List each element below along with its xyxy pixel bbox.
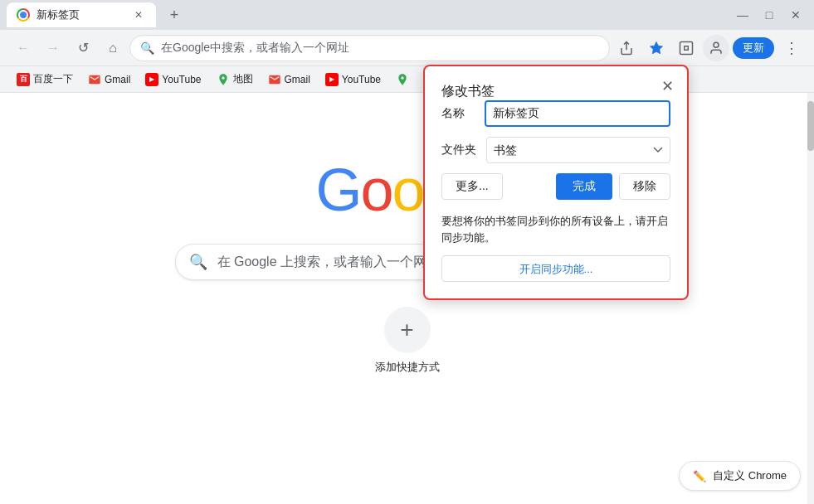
tab-close-btn[interactable]: ✕ (131, 7, 146, 22)
update-button[interactable]: 更新 (733, 37, 774, 59)
gmail-favicon-icon-2 (268, 73, 281, 86)
bookmark-star-button[interactable] (643, 35, 670, 61)
bookmark-youtube-1-label: YouTube (162, 74, 201, 85)
bookmark-gmail-1[interactable]: Gmail (81, 70, 137, 90)
logo-g: G (315, 157, 360, 223)
add-shortcut-label: 添加快捷方式 (375, 360, 440, 375)
name-label: 名称 (441, 106, 475, 121)
home-button[interactable]: ⌂ (100, 35, 126, 61)
page-content: Google 🔍 在 Google 上搜索，或者输入一个网址 🎤 + 添加快捷方… (0, 93, 814, 504)
address-bar[interactable]: 🔍 在Google中搜索，或者输入一个网址 (129, 35, 610, 61)
youtube-favicon-icon-2: ▶ (325, 73, 339, 86)
bookmark-maps-1[interactable]: 地图 (210, 70, 260, 90)
bookmark-gmail-2-label: Gmail (285, 74, 310, 85)
bookmark-maps-2[interactable] (389, 70, 416, 90)
address-search-icon: 🔍 (140, 41, 154, 55)
scrollbar-thumb[interactable] (807, 101, 814, 151)
add-shortcut-icon: + (384, 307, 431, 353)
pencil-icon: ✏️ (693, 470, 706, 482)
folder-select[interactable]: 书签 (486, 137, 670, 163)
scrollbar[interactable] (807, 93, 814, 504)
bookmark-youtube-2-label: YouTube (342, 74, 381, 85)
name-input[interactable] (485, 100, 670, 127)
profile-button[interactable] (703, 35, 729, 61)
bookmark-youtube-2[interactable]: ▶ YouTube (319, 70, 388, 90)
bookmark-gmail-1-label: Gmail (105, 74, 130, 85)
bookmarks-bar: 百 百度一下 Gmail ▶ YouTube 地图 Gmail ▶ (0, 66, 814, 93)
bookmark-youtube-1[interactable]: ▶ YouTube (139, 70, 207, 90)
folder-label: 文件夹 (441, 143, 476, 158)
title-bar-controls: — □ ✕ (731, 3, 807, 27)
logo-o2: o (392, 157, 423, 223)
sync-link-button[interactable]: 开启同步功能... (441, 255, 670, 282)
forward-button[interactable]: → (40, 35, 66, 61)
more-options-button[interactable]: ⋮ (777, 35, 804, 61)
maps-favicon-icon-1 (217, 73, 230, 86)
bookmark-maps-1-label: 地图 (233, 72, 253, 86)
toolbar: ← → ↺ ⌂ 🔍 在Google中搜索，或者输入一个网址 更新 ⋮ (0, 30, 814, 66)
bookmark-baidu-label: 百度一下 (33, 72, 73, 86)
sync-message: 要想将你的书签同步到你的所有设备上，请开启同步功能。 (441, 213, 670, 245)
done-button[interactable]: 完成 (556, 173, 612, 200)
address-text: 在Google中搜索，或者输入一个网址 (161, 41, 599, 56)
tab-favicon (17, 8, 30, 22)
svg-rect-0 (680, 41, 693, 54)
customize-btn-label: 自定义 Chrome (713, 468, 787, 483)
minimize-btn[interactable]: — (731, 3, 754, 27)
bookmark-baidu[interactable]: 百 百度一下 (10, 70, 80, 90)
back-button[interactable]: ← (10, 35, 37, 61)
extension-puzzle-icon[interactable] (673, 35, 699, 61)
logo-o1: o (360, 157, 392, 223)
browser-tab[interactable]: 新标签页 ✕ (7, 2, 156, 27)
name-field: 名称 (441, 100, 670, 127)
browser-window: 新标签页 ✕ + — □ ✕ ← → ↺ ⌂ 🔍 在Google中搜索，或者输入… (0, 0, 814, 504)
title-bar: 新标签页 ✕ + — □ ✕ (0, 0, 814, 30)
dialog-close-button[interactable]: ✕ (657, 76, 677, 96)
baidu-favicon-icon: 百 (17, 73, 30, 86)
add-shortcut[interactable]: + 添加快捷方式 (375, 307, 440, 375)
bookmark-gmail-2[interactable]: Gmail (261, 70, 317, 90)
refresh-button[interactable]: ↺ (70, 35, 96, 61)
close-btn[interactable]: ✕ (784, 3, 807, 27)
more-button[interactable]: 更多... (441, 173, 503, 200)
bookmark-dialog: 修改书签 ✕ 名称 文件夹 书签 更多... 完成 移除 要想将你的书签同步到你… (423, 65, 689, 300)
gmail-favicon-icon-1 (88, 73, 101, 86)
maps-favicon-icon-2 (396, 73, 409, 86)
tab-title: 新标签页 (37, 7, 124, 22)
share-button[interactable] (613, 35, 640, 61)
dialog-title: 修改书签 (441, 84, 495, 98)
remove-button[interactable]: 移除 (619, 173, 670, 200)
new-tab-button[interactable]: + (163, 3, 186, 27)
maximize-btn[interactable]: □ (758, 3, 781, 27)
youtube-favicon-icon-1: ▶ (145, 73, 158, 86)
dialog-actions: 更多... 完成 移除 (441, 173, 670, 200)
folder-field: 文件夹 书签 (441, 137, 670, 163)
search-icon: 🔍 (189, 253, 207, 271)
customize-chrome-button[interactable]: ✏️ 自定义 Chrome (679, 461, 801, 491)
toolbar-actions: 更新 ⋮ (613, 35, 804, 61)
